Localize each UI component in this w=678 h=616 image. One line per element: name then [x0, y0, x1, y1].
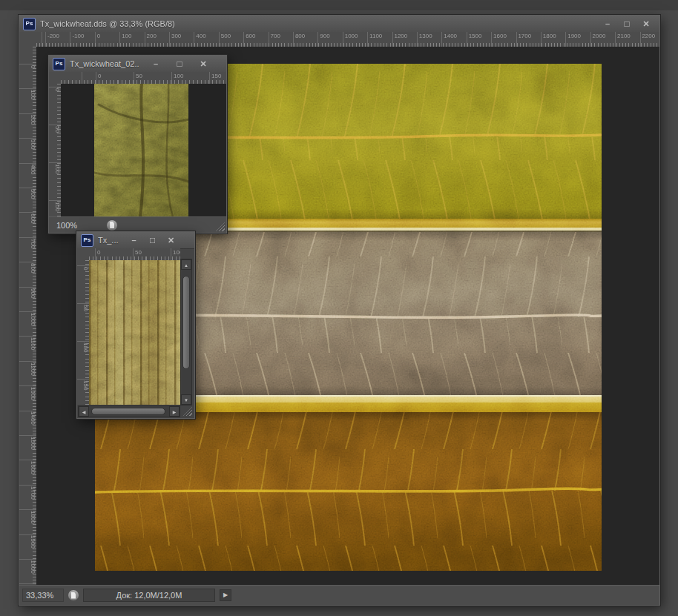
- ruler-label: 200: [19, 113, 36, 138]
- scroll-down-icon[interactable]: ▼: [181, 394, 191, 405]
- ruler-label: 800: [293, 32, 317, 47]
- window-03-ruler-top[interactable]: 050100: [89, 248, 180, 261]
- window-02-titlebar[interactable]: Ps Tx_wickwheat_02.... – □ ✕: [49, 56, 226, 73]
- ruler-corner[interactable]: [77, 248, 90, 261]
- window-03-canvas-area[interactable]: [89, 260, 180, 405]
- scroll-up-icon[interactable]: ▲: [181, 259, 191, 270]
- ruler-label: 500: [19, 188, 36, 212]
- ruler-label: 700: [269, 32, 293, 47]
- ruler-corner[interactable]: [19, 32, 37, 47]
- close-icon[interactable]: ✕: [191, 58, 215, 70]
- vertical-scroll-thumb[interactable]: [182, 276, 190, 369]
- main-ruler-top[interactable]: -200-10001002003004005006007008009001000…: [36, 32, 659, 47]
- ruler-label: 1200: [392, 32, 416, 47]
- ruler-label: 1600: [19, 460, 36, 484]
- ruler-label: 0: [49, 87, 61, 125]
- ruler-label: 900: [317, 32, 342, 47]
- ruler-label: -100: [70, 32, 94, 47]
- ruler-label: 300: [169, 32, 194, 47]
- ruler-label: 2200: [639, 32, 659, 47]
- window-03-title: Tx_...: [98, 236, 120, 245]
- ruler-label: 1900: [565, 32, 590, 47]
- photoshop-file-icon: Ps: [23, 18, 36, 30]
- scroll-right-icon[interactable]: ▶: [169, 406, 180, 417]
- zoom-level-field[interactable]: 100%: [52, 221, 77, 230]
- minimize-icon[interactable]: –: [125, 234, 143, 247]
- ruler-label: 150: [77, 379, 89, 405]
- resize-grip[interactable]: [183, 407, 192, 416]
- ruler-label: 100: [119, 32, 144, 47]
- ruler-label: 50: [134, 72, 171, 84]
- ruler-label: 1400: [441, 32, 466, 47]
- ruler-label: 700: [19, 237, 36, 262]
- window-03-ruler-left[interactable]: 050100150: [77, 260, 90, 405]
- window-02-canvas-image[interactable]: [94, 84, 188, 217]
- document-size-info: Док: 12,0M/12,0M: [83, 589, 215, 602]
- window-02-canvas-area[interactable]: [61, 84, 226, 217]
- maximize-icon[interactable]: □: [617, 18, 636, 30]
- ruler-label: 50: [77, 303, 89, 341]
- app-background-shade: [0, 0, 678, 10]
- ruler-label: 150: [49, 200, 61, 217]
- window-03-canvas-image[interactable]: [89, 260, 180, 405]
- ruler-label: 100: [77, 341, 89, 379]
- minimize-icon[interactable]: –: [144, 58, 168, 70]
- maximize-icon[interactable]: □: [168, 58, 191, 70]
- ruler-label: 900: [19, 287, 36, 311]
- window-03-titlebar[interactable]: Ps Tx_... – □ ✕: [77, 232, 194, 249]
- zoom-level-field[interactable]: 33,33%: [22, 589, 64, 602]
- horizontal-scroll-thumb[interactable]: [91, 408, 165, 415]
- window-02-title: Tx_wickwheat_02....: [70, 59, 139, 68]
- vertical-scrollbar[interactable]: ▲ ▼: [180, 259, 192, 405]
- ruler-label: 500: [219, 32, 243, 47]
- ruler-label: 2000: [19, 559, 36, 583]
- main-titlebar[interactable]: Ps Tx_wickwheat.dds @ 33,3% (RGB/8) – □ …: [19, 16, 659, 33]
- ruler-label: 1300: [19, 385, 36, 410]
- ruler-label: 1700: [19, 485, 36, 509]
- resize-grip[interactable]: [216, 222, 225, 231]
- ruler-label: 300: [19, 138, 36, 162]
- ruler-label: 1500: [467, 32, 491, 47]
- ruler-label: 0: [19, 64, 36, 88]
- ruler-label: 1800: [19, 509, 36, 534]
- ruler-label: 0: [96, 72, 134, 84]
- photoshop-file-icon: Ps: [53, 58, 65, 70]
- ruler-corner[interactable]: [49, 72, 62, 85]
- ruler-label: 600: [19, 212, 36, 236]
- ruler-label: 50: [49, 125, 61, 162]
- ruler-label: 1500: [19, 435, 36, 460]
- horizontal-scrollbar[interactable]: ◀ ▶: [78, 405, 180, 417]
- ruler-label: 0: [95, 32, 119, 47]
- main-statusbar: 33,33% Док: 12,0M/12,0M ▶: [19, 585, 659, 605]
- ruler-label: 0: [95, 248, 133, 260]
- ruler-label: 1400: [19, 410, 36, 434]
- window-02-ruler-left[interactable]: 050100150: [49, 84, 62, 217]
- ruler-label: 150: [209, 72, 226, 84]
- ruler-label: 1200: [19, 361, 36, 385]
- main-ruler-left[interactable]: 0100200300400500600700800900100011001200…: [19, 47, 37, 586]
- scroll-left-icon[interactable]: ◀: [79, 406, 89, 417]
- ruler-label: 0: [77, 265, 89, 303]
- ruler-label: 1700: [516, 32, 540, 47]
- ruler-label: 2000: [590, 32, 615, 47]
- ruler-label: 1800: [541, 32, 565, 47]
- ruler-label: 100: [49, 162, 61, 200]
- ruler-label: 1100: [19, 336, 36, 360]
- maximize-icon[interactable]: □: [143, 234, 162, 247]
- close-icon[interactable]: ✕: [636, 18, 656, 30]
- status-expand-arrow-icon[interactable]: ▶: [220, 589, 231, 601]
- ruler-label: 1000: [343, 32, 367, 47]
- ruler-label: -200: [45, 32, 70, 47]
- ruler-label: 400: [194, 32, 218, 47]
- window-02-ruler-top[interactable]: 050100150: [61, 72, 226, 85]
- ruler-label: 200: [145, 32, 169, 47]
- ruler-label: 100: [171, 72, 209, 84]
- main-window-title: Tx_wickwheat.dds @ 33,3% (RGB/8): [40, 19, 593, 28]
- ruler-label: 1900: [19, 534, 36, 558]
- minimize-icon[interactable]: –: [598, 18, 617, 30]
- ruler-label: 100: [171, 248, 180, 260]
- close-icon[interactable]: ✕: [162, 234, 180, 247]
- ruler-label: 100: [19, 88, 36, 113]
- window-02-statusbar: 100%: [49, 216, 226, 233]
- ruler-label: 2100: [615, 32, 639, 47]
